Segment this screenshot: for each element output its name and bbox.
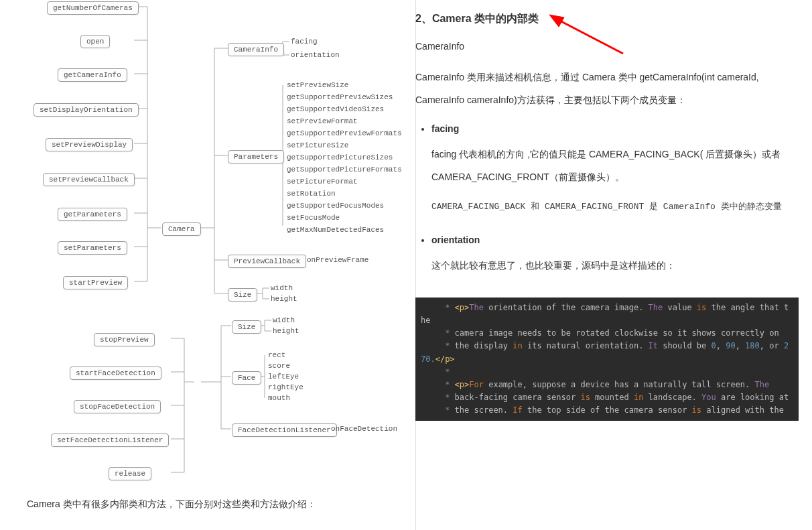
item-body: facing 代表相机的方向 ,它的值只能是 CAMERA_FACING_BAC… — [431, 143, 799, 188]
camera-diagram-2: stopPreview startFaceDetection stopFaceD… — [27, 315, 402, 482]
leaf: mouth — [268, 394, 290, 402]
method-box: setPreviewCallback — [43, 173, 135, 186]
method-box: getCameraInfo — [58, 68, 127, 82]
method-box: setParameters — [58, 241, 127, 255]
leaf: height — [271, 295, 297, 303]
leaf: onFaceDetection — [331, 425, 397, 433]
method-box: startPreview — [63, 276, 128, 289]
leaf: orientation — [291, 51, 340, 59]
leaf: setPreviewSize — [287, 81, 348, 89]
leaf: rect — [268, 351, 285, 359]
class-box-camerainfo: CameraInfo — [228, 43, 284, 56]
class-box-size: Size — [232, 320, 261, 334]
leaf: height — [273, 327, 299, 335]
leaf: setRotation — [287, 190, 336, 198]
method-box: getNumberOfCameras — [47, 1, 139, 15]
leaf: getSupportedPreviewSizes — [287, 93, 393, 101]
method-box: release — [109, 467, 151, 480]
leaf: leftEye — [268, 373, 299, 381]
left-caption: Camera 类中有很多内部类和方法，下面分别对这些类和方法做介绍： — [27, 496, 402, 513]
section-heading: 2、Camera 类中的内部类 — [415, 12, 799, 26]
class-box-face: Face — [232, 371, 261, 385]
leaf: width — [271, 284, 293, 292]
camera-root-box: Camera — [162, 222, 201, 236]
leaf: getSupportedVideoSizes — [287, 105, 384, 113]
leaf: getSupportedPreviewFormats — [287, 129, 402, 137]
method-box: stopPreview — [94, 333, 155, 346]
leaf: onPreviewFrame — [307, 256, 368, 264]
leaf: setFocusMode — [287, 214, 340, 222]
list-item: orientation 这个就比较有意思了，也比较重要，源码中是这样描述的： — [431, 235, 799, 277]
item-title: facing — [431, 123, 799, 134]
class-box-fdl: FaceDetectionListener — [232, 423, 337, 437]
method-box: setDisplayOrientation — [33, 103, 139, 117]
leaf: getSupportedPictureSizes — [287, 153, 393, 161]
leaf: facing — [291, 38, 318, 46]
right-column: 2、Camera 类中的内部类 CameraInfo CameraInfo 类用… — [415, 0, 812, 530]
item-body: 这个就比较有意思了，也比较重要，源码中是这样描述的： — [431, 255, 799, 277]
class-box-previewcallback: PreviewCallback — [228, 255, 306, 268]
class-box-size: Size — [228, 288, 257, 302]
member-list: facing facing 代表相机的方向 ,它的值只能是 CAMERA_FAC… — [415, 123, 799, 277]
leaf: width — [273, 316, 295, 324]
leaf: getSupportedFocusModes — [287, 202, 384, 210]
leaf: setPictureSize — [287, 141, 348, 149]
method-box: startFaceDetection — [70, 367, 161, 380]
leaf: setPreviewFormat — [287, 117, 358, 125]
leaf: rightEye — [268, 383, 303, 391]
item-note: CAMERA_FACING_BACK 和 CAMERA_FACING_FRONT… — [431, 200, 799, 214]
section-subtitle: CameraInfo — [415, 41, 799, 52]
leaf: score — [268, 362, 290, 370]
class-box-parameters: Parameters — [228, 150, 284, 163]
leaf: setPictureFormat — [287, 178, 358, 186]
method-box: setPreviewDisplay — [46, 138, 133, 151]
list-item: facing facing 代表相机的方向 ,它的值只能是 CAMERA_FAC… — [431, 123, 799, 214]
leaf: getSupportedPictureFormats — [287, 165, 402, 174]
item-title: orientation — [431, 235, 799, 245]
method-box: open — [80, 35, 110, 48]
camera-diagram-1: getNumberOfCameras open getCameraInfo se… — [27, 0, 402, 315]
method-box: stopFaceDetection — [74, 400, 161, 413]
leaf: getMaxNumDetectedFaces — [287, 226, 384, 234]
method-box: getParameters — [58, 208, 127, 221]
intro-paragraph: CameraInfo 类用来描述相机信息，通过 Camera 类中 getCam… — [415, 66, 799, 111]
method-box: setFaceDetectionListener — [51, 434, 169, 447]
left-column: getNumberOfCameras open getCameraInfo se… — [0, 0, 415, 530]
code-block: * <p>The orientation of the camera image… — [415, 297, 799, 421]
